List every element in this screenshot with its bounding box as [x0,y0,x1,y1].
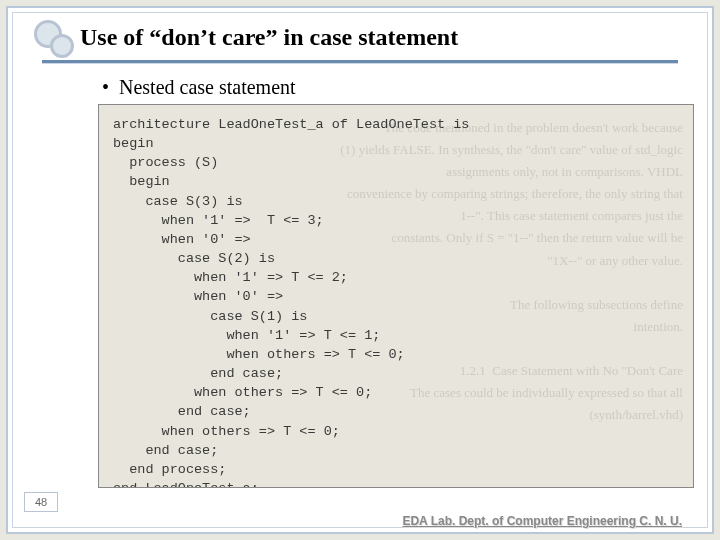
title-underline [42,60,678,64]
bullet-text: Nested case statement [119,76,296,98]
code-screenshot: The code mentioned in the problem doesn'… [98,104,694,488]
page-number: 48 [24,492,58,512]
footer-text: EDA Lab. Dept. of Computer Engineering C… [402,514,682,528]
slide-title: Use of “don’t care” in case statement [80,24,458,51]
title-bar: Use of “don’t care” in case statement [32,20,688,54]
corner-rings-icon [32,20,72,54]
bullet-icon: • [102,76,109,99]
slide-frame: Use of “don’t care” in case statement •N… [6,6,714,534]
bullet-line: •Nested case statement [102,76,296,99]
code-block: architecture LeadOneTest_a of LeadOneTes… [99,105,693,488]
